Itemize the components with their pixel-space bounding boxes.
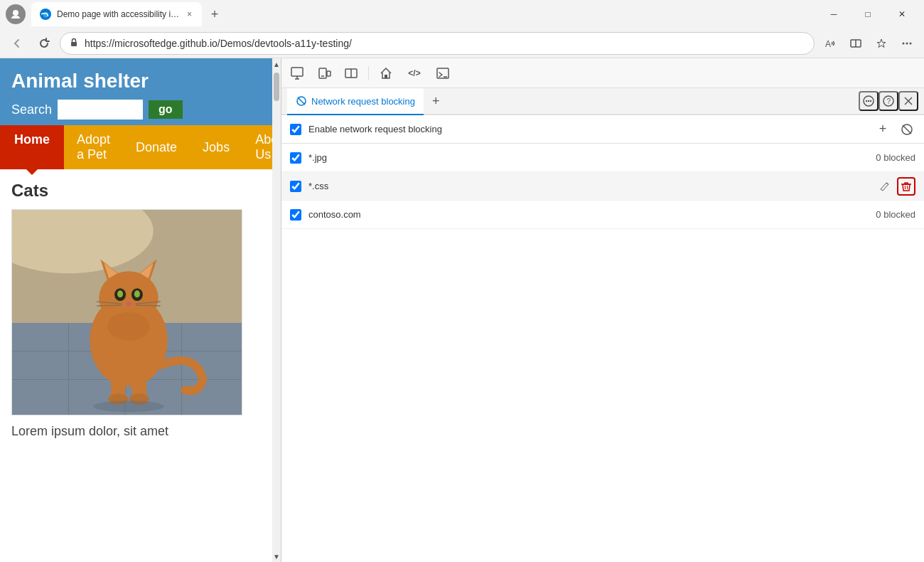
nav-donate-link[interactable]: Donate xyxy=(123,125,190,169)
nav-home-link[interactable]: Home xyxy=(0,125,64,169)
search-go-button[interactable]: go xyxy=(149,100,183,119)
search-row: Search go xyxy=(11,100,269,120)
nav-actions: A xyxy=(819,32,918,55)
svg-point-7 xyxy=(906,42,908,44)
address-bar[interactable]: https://microsoftedge.github.io/Demos/de… xyxy=(60,32,815,55)
svg-point-37 xyxy=(93,401,163,412)
svg-line-48 xyxy=(298,97,305,105)
rule-css-actions xyxy=(876,177,915,196)
svg-point-0 xyxy=(13,10,18,16)
svg-point-52 xyxy=(870,100,871,102)
enable-blocking-checkbox[interactable] xyxy=(290,124,301,135)
svg-text:?: ? xyxy=(887,97,891,105)
minimize-button[interactable]: ─ xyxy=(817,3,850,26)
console-button[interactable] xyxy=(430,61,456,85)
svg-point-50 xyxy=(866,100,867,102)
svg-point-8 xyxy=(910,42,912,44)
split-screen-button[interactable] xyxy=(338,61,364,85)
devtools-panel: </> Network request blocking + ? xyxy=(281,58,924,562)
tab-network-request-blocking[interactable]: Network request blocking xyxy=(287,88,424,115)
enable-blocking-label: Enable network request blocking xyxy=(308,124,867,134)
svg-rect-39 xyxy=(319,68,326,78)
more-button[interactable] xyxy=(896,32,918,55)
profile-icon[interactable] xyxy=(6,4,26,24)
svg-point-26 xyxy=(134,290,140,297)
svg-rect-40 xyxy=(327,71,331,76)
rule-contoso-pattern: contoso.com xyxy=(308,209,869,220)
svg-rect-44 xyxy=(385,75,387,78)
site-header: Animal shelter Search go xyxy=(0,58,281,125)
new-tab-button[interactable]: + xyxy=(205,4,225,24)
tab-favicon xyxy=(40,9,51,20)
rule-jpg-checkbox[interactable] xyxy=(290,152,301,164)
tabs-end-area: ? xyxy=(859,88,918,114)
back-button[interactable] xyxy=(6,32,28,55)
browser-tab[interactable]: Demo page with accessibility issu × xyxy=(31,2,202,26)
maximize-button[interactable]: □ xyxy=(852,3,884,26)
rule-contoso-count: 0 blocked xyxy=(876,209,915,220)
home-button[interactable] xyxy=(373,61,399,85)
site-navigation: Home Adopt a Pet Donate Jobs About Us xyxy=(0,125,281,169)
scrollbar-down-button[interactable]: ▼ xyxy=(272,551,281,562)
search-label: Search xyxy=(11,102,52,117)
device-emulation-button[interactable] xyxy=(311,61,337,85)
scrollbar: ▲ ▼ xyxy=(272,58,281,562)
close-window-button[interactable]: ✕ xyxy=(886,3,918,26)
tab-nrb-label: Network request blocking xyxy=(311,96,415,107)
devtools-help-button[interactable]: ? xyxy=(879,91,898,111)
read-aloud-button[interactable]: A xyxy=(819,32,842,55)
svg-point-6 xyxy=(903,42,905,44)
add-tab-icon: + xyxy=(432,94,440,109)
svg-point-32 xyxy=(107,312,150,341)
elements-button[interactable]: </> xyxy=(400,61,429,85)
main-area: Animal shelter Search go Home Adopt a Pe… xyxy=(0,58,924,562)
tab-bar: Demo page with accessibility issu × + xyxy=(31,2,817,26)
site-title: Animal shelter xyxy=(11,70,269,92)
rule-css-pattern: *.css xyxy=(308,181,869,191)
lock-icon xyxy=(69,37,79,49)
rule-jpg-count: 0 blocked xyxy=(876,152,915,163)
tab-title: Demo page with accessibility issu xyxy=(57,9,180,19)
scrollbar-up-button[interactable]: ▲ xyxy=(272,58,281,70)
nrb-header: Enable network request blocking + xyxy=(281,115,924,144)
search-input[interactable] xyxy=(58,100,143,120)
site-content: Cats xyxy=(0,169,281,562)
svg-point-25 xyxy=(117,290,123,297)
toolbar-separator xyxy=(368,66,369,80)
rule-css-edit-button[interactable] xyxy=(876,177,894,196)
nav-jobs-link[interactable]: Jobs xyxy=(190,125,242,169)
rule-jpg-pattern: *.jpg xyxy=(308,152,869,163)
cat-image xyxy=(11,209,242,415)
rule-css-checkbox[interactable] xyxy=(290,181,301,192)
devtools-close-button[interactable] xyxy=(898,91,918,111)
navigation-bar: https://microsoftedge.github.io/Demos/de… xyxy=(0,28,924,58)
svg-line-31 xyxy=(136,305,161,306)
reload-button[interactable] xyxy=(33,32,55,55)
favorites-button[interactable] xyxy=(870,32,893,55)
scrollbar-thumb[interactable] xyxy=(274,73,279,101)
webpage-panel: Animal shelter Search go Home Adopt a Pe… xyxy=(0,58,281,562)
svg-point-51 xyxy=(868,100,869,102)
tab-close-button[interactable]: × xyxy=(186,8,193,21)
svg-rect-38 xyxy=(291,68,303,76)
lorem-text: Lorem ipsum dolor, sit amet xyxy=(11,424,269,439)
svg-rect-2 xyxy=(71,42,77,46)
rule-css-delete-button[interactable] xyxy=(897,177,915,196)
blocking-rule-jpg: *.jpg 0 blocked xyxy=(281,144,924,172)
clear-blocking-rules-button[interactable] xyxy=(898,121,915,138)
devtools-toolbar: </> xyxy=(281,58,924,88)
inspect-element-button[interactable] xyxy=(284,61,310,85)
devtools-more-button[interactable] xyxy=(859,91,879,111)
blocking-rule-css: *.css xyxy=(281,172,924,201)
blocking-rule-contoso: contoso.com 0 blocked xyxy=(281,201,924,229)
address-text: https://microsoftedge.github.io/Demos/de… xyxy=(85,38,805,49)
split-view-button[interactable] xyxy=(844,32,867,55)
nav-adopt-link[interactable]: Adopt a Pet xyxy=(64,125,123,169)
tab-add[interactable]: + xyxy=(424,88,448,115)
devtools-tabs: Network request blocking + ? xyxy=(281,88,924,115)
blocking-rules-list: *.jpg 0 blocked *.css cont xyxy=(281,144,924,562)
rule-contoso-checkbox[interactable] xyxy=(290,209,301,221)
add-blocking-rule-button[interactable]: + xyxy=(874,121,891,138)
svg-line-29 xyxy=(97,305,122,306)
cats-heading: Cats xyxy=(11,181,269,201)
